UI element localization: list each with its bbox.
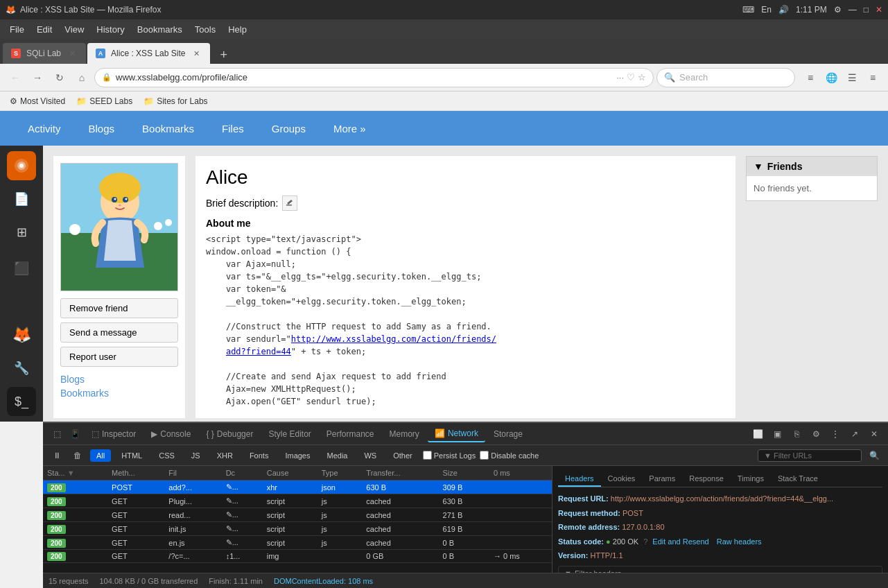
tab-sqli[interactable]: S SQLi Lab ✕ bbox=[3, 43, 86, 64]
alice-tab-close[interactable]: ✕ bbox=[191, 48, 202, 59]
headers-tab-stacktrace[interactable]: Stack Trace bbox=[771, 472, 825, 487]
edit-brief-btn[interactable] bbox=[282, 196, 297, 211]
maximize-btn[interactable]: □ bbox=[864, 5, 869, 15]
devtools-tab-console[interactable]: ▶ Console bbox=[144, 426, 198, 442]
url-bar[interactable]: 🔒 www.xsslabelgg.com/profile/alice ··· ♡… bbox=[94, 68, 654, 87]
dc-cell: ✎... bbox=[222, 481, 263, 494]
disable-cache-checkbox[interactable] bbox=[480, 451, 489, 460]
devtools-undock[interactable]: ↗ bbox=[846, 426, 863, 442]
devtools-toolbar: ⬚ 📱 ⬚ Inspector ▶ Console { } Debugger S… bbox=[43, 423, 888, 445]
filter-images[interactable]: Images bbox=[279, 449, 316, 462]
filter-ws[interactable]: WS bbox=[358, 449, 383, 462]
nav-more[interactable]: More » bbox=[320, 111, 380, 146]
filter-xhr[interactable]: XHR bbox=[211, 449, 239, 462]
minimize-btn[interactable]: — bbox=[848, 5, 857, 15]
headers-tab-headers[interactable]: Headers bbox=[558, 472, 601, 487]
headers-tab-cookies[interactable]: Cookies bbox=[601, 472, 643, 487]
library-icon[interactable]: ≡ bbox=[801, 68, 820, 87]
headers-tab-response[interactable]: Response bbox=[682, 472, 731, 487]
filter-all[interactable]: All bbox=[90, 449, 111, 462]
new-tab-btn[interactable]: + bbox=[214, 46, 233, 64]
sidebar-document-icon[interactable]: 📄 bbox=[7, 184, 36, 214]
sendurl-link[interactable]: http://www.xsslabelgg.com/action/friends… bbox=[291, 334, 496, 344]
sidebar-wrench-icon[interactable]: 🔧 bbox=[7, 354, 36, 383]
menu-file[interactable]: File bbox=[4, 21, 30, 37]
devtools-responsive-btn[interactable]: 📱 bbox=[67, 426, 83, 442]
bookmark-seed-labs[interactable]: 📁 SEED Labs bbox=[72, 95, 137, 107]
edit-resend-btn[interactable]: Edit and Resend bbox=[652, 537, 708, 546]
tab-alice[interactable]: A Alice : XSS Lab Site ✕ bbox=[87, 43, 210, 64]
persist-logs-checkbox[interactable] bbox=[423, 451, 432, 460]
nav-activity[interactable]: Activity bbox=[14, 111, 75, 146]
sidebar-firefox-icon[interactable]: 🦊 bbox=[7, 320, 36, 349]
menu-view[interactable]: View bbox=[59, 21, 89, 37]
reload-btn[interactable]: ↻ bbox=[50, 68, 69, 87]
sidebar-terminal2-icon[interactable]: $_ bbox=[7, 387, 36, 416]
sidebar-ubuntu-icon[interactable] bbox=[7, 151, 36, 180]
nav-files[interactable]: Files bbox=[208, 111, 258, 146]
table-row[interactable]: 200 GET/?c=...↕1...img0 GB0 B→ 0 ms bbox=[43, 550, 552, 563]
menu-help[interactable]: Help bbox=[223, 21, 252, 37]
close-btn[interactable]: ✕ bbox=[876, 5, 882, 15]
devtools-tab-memory[interactable]: Memory bbox=[383, 426, 426, 442]
network-filter-input[interactable] bbox=[758, 449, 862, 462]
profile-blogs-link[interactable]: Blogs bbox=[60, 374, 178, 385]
nav-bookmarks[interactable]: Bookmarks bbox=[128, 111, 208, 146]
add-friend-link[interactable]: add?friend=44 bbox=[226, 347, 291, 356]
report-user-btn[interactable]: Report user bbox=[60, 347, 178, 367]
devtools-dock-bottom[interactable]: ⬜ bbox=[749, 426, 766, 442]
profile-bookmarks-link[interactable]: Bookmarks bbox=[60, 388, 178, 399]
search-bar[interactable]: 🔍 Search bbox=[656, 68, 795, 87]
raw-headers-btn[interactable]: Raw headers bbox=[717, 537, 762, 546]
devtools-tab-style[interactable]: Style Editor bbox=[261, 426, 317, 442]
sidebar-terminal-icon[interactable]: ⬛ bbox=[7, 254, 36, 283]
hamburger-icon[interactable]: ≡ bbox=[863, 68, 882, 87]
back-btn[interactable]: ← bbox=[6, 68, 25, 87]
headers-tab-timings[interactable]: Timings bbox=[731, 472, 771, 487]
filter-css[interactable]: CSS bbox=[153, 449, 181, 462]
table-row[interactable]: 200 POST add?... ✎... xhr json 630 B 309… bbox=[43, 481, 552, 494]
network-pause-btn[interactable]: ⏸ bbox=[49, 447, 65, 464]
devtools-more[interactable]: ⋮ bbox=[827, 426, 844, 442]
table-row[interactable]: 200 GETread...✎...scriptjscached271 B bbox=[43, 508, 552, 522]
reader-icon[interactable]: ☰ bbox=[842, 68, 862, 87]
table-row[interactable]: 200 GETinit.js✎...scriptjscached619 B bbox=[43, 522, 552, 536]
remove-friend-btn[interactable]: Remove friend bbox=[60, 298, 178, 318]
devtools-tab-performance[interactable]: Performance bbox=[320, 426, 381, 442]
star-icon[interactable]: ☆ bbox=[638, 72, 646, 83]
menu-bookmarks[interactable]: Bookmarks bbox=[132, 21, 188, 37]
menu-tools[interactable]: Tools bbox=[189, 21, 221, 37]
bookmark-most-visited[interactable]: ⚙ Most Visited bbox=[6, 95, 69, 107]
devtools-close[interactable]: ✕ bbox=[866, 426, 882, 442]
menu-edit[interactable]: Edit bbox=[31, 21, 58, 37]
nav-groups[interactable]: Groups bbox=[258, 111, 320, 146]
headers-tab-params[interactable]: Params bbox=[642, 472, 682, 487]
globe-icon[interactable]: 🌐 bbox=[821, 68, 841, 87]
sqli-tab-close[interactable]: ✕ bbox=[67, 48, 78, 59]
filter-media[interactable]: Media bbox=[320, 449, 354, 462]
devtools-popout[interactable]: ⎘ bbox=[788, 426, 805, 442]
home-btn[interactable]: ⌂ bbox=[72, 68, 92, 87]
forward-btn[interactable]: → bbox=[28, 68, 47, 87]
filter-other[interactable]: Other bbox=[387, 449, 419, 462]
devtools-tab-storage[interactable]: Storage bbox=[487, 426, 530, 442]
nav-blogs[interactable]: Blogs bbox=[75, 111, 129, 146]
filter-fonts[interactable]: Fonts bbox=[243, 449, 275, 462]
network-clear-btn[interactable]: 🗑 bbox=[69, 447, 86, 464]
network-search-icon[interactable]: 🔍 bbox=[866, 447, 882, 464]
send-message-btn[interactable]: Send a message bbox=[60, 322, 178, 343]
menu-history[interactable]: History bbox=[91, 21, 130, 37]
devtools-tab-debugger[interactable]: { } Debugger bbox=[199, 426, 260, 442]
devtools-pick-btn[interactable]: ⬚ bbox=[49, 426, 65, 442]
filter-html[interactable]: HTML bbox=[115, 449, 148, 462]
devtools-settings[interactable]: ⚙ bbox=[808, 426, 824, 442]
filter-js[interactable]: JS bbox=[185, 449, 207, 462]
bookmark-heart-icon[interactable]: ♡ bbox=[627, 72, 635, 83]
table-row[interactable]: 200 GETen.js✎...scriptjscached0 B bbox=[43, 536, 552, 550]
table-row[interactable]: 200 GETPlugi...✎...scriptjscached630 B bbox=[43, 494, 552, 508]
devtools-dock-side[interactable]: ▣ bbox=[769, 426, 785, 442]
sidebar-grid-icon[interactable]: ⊞ bbox=[7, 218, 36, 247]
devtools-tab-inspector[interactable]: ⬚ Inspector bbox=[85, 426, 143, 442]
bookmark-sites[interactable]: 📁 Sites for Labs bbox=[139, 95, 211, 107]
devtools-tab-network[interactable]: 📶 Network bbox=[428, 426, 485, 442]
